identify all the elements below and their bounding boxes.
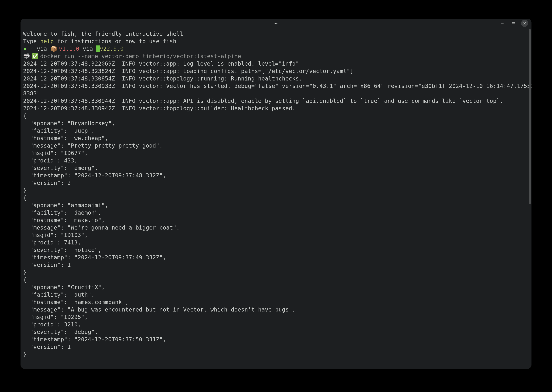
close-button[interactable] [521,20,528,27]
terminal-body[interactable]: Welcome to fish, the friendly interactiv… [21,28,531,369]
help-command: help [40,38,54,44]
welcome-rest: for instructions on how to use fish [54,38,176,44]
menu-button[interactable] [510,20,517,27]
prompt-shark-icon: 🦈 [23,53,32,59]
welcome-type: Type [23,38,40,44]
window-titlebar: ~ [21,19,531,28]
node-version: v22.9.0 [100,45,124,52]
prompt-check-icon: ✅ [32,53,40,59]
entered-command: docker run --name vector-demo timberio/v… [40,53,241,59]
hamburger-icon [511,21,516,25]
prompt-via-1: via [37,45,50,52]
new-tab-button[interactable] [499,20,506,27]
terminal-output: 2024-12-20T09:37:48.322069Z INFO vector:… [23,60,531,357]
welcome-line-1: Welcome to fish, the friendly interactiv… [23,31,183,37]
node-icon: █ [96,45,100,52]
plus-icon [500,21,504,25]
prompt-status-dot: ● [23,46,27,52]
close-icon [523,22,526,25]
prompt-cwd: ~ [27,45,37,52]
package-icon: 📦 [50,46,59,52]
scrollbar-thumb[interactable] [529,29,531,204]
terminal-window: ~ Welcome to fish, the friendly interact… [21,19,531,369]
package-version: v1.1.0 [59,45,79,52]
window-title: ~ [21,20,531,27]
window-buttons [499,20,528,27]
prompt-via-2: via [79,45,96,52]
